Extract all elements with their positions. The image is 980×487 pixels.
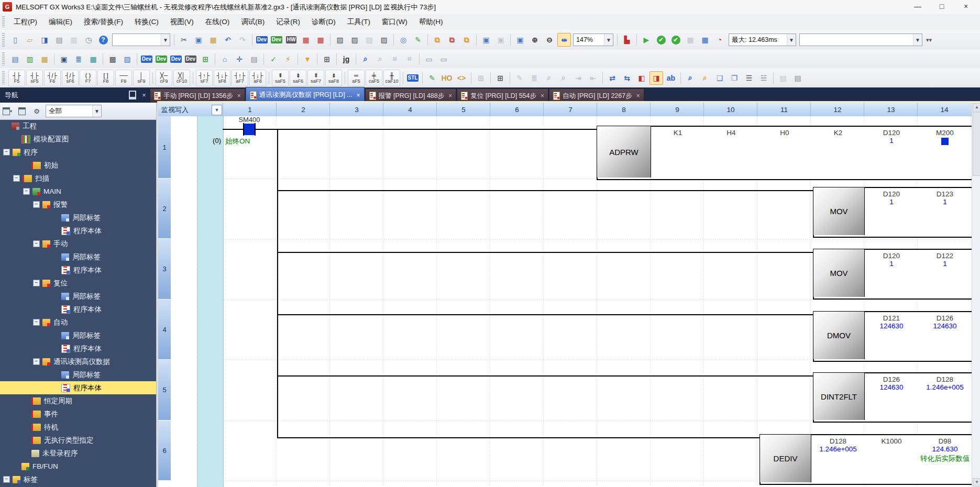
- menu-item-9[interactable]: 诊断(D): [306, 14, 342, 30]
- device-monitor3-icon[interactable]: ▨: [362, 33, 376, 47]
- tree-item-工程[interactable]: 工程: [0, 119, 156, 132]
- tree-item-局部标签[interactable]: 局部标签: [0, 211, 156, 224]
- copy-icon[interactable]: ▣: [192, 33, 205, 47]
- menu-item-2[interactable]: 编辑(E): [43, 14, 78, 30]
- menu-item-7[interactable]: 调试(B): [235, 14, 270, 30]
- outline-list1-icon[interactable]: ☰: [742, 71, 756, 85]
- tab-3[interactable]: 报警 [PRG] [LD] 488步×: [365, 88, 457, 103]
- instruction-box-MOV[interactable]: MOVD1201D1221: [813, 249, 973, 300]
- tree-item-局部标签[interactable]: 局部标签: [0, 290, 156, 303]
- revision-history-icon[interactable]: ◷: [82, 33, 95, 47]
- module-set-icon[interactable]: ▦: [698, 33, 712, 47]
- watch-edit-icon[interactable]: ✎: [411, 33, 425, 47]
- print-icon[interactable]: ▤: [52, 33, 66, 47]
- ab-comment-icon[interactable]: ab: [664, 71, 678, 85]
- instruction-box-DEDIV[interactable]: DEDIVD1281.246e+005K1000D98124.630转化后实际数…: [759, 434, 973, 485]
- device-open-icon[interactable]: Dev: [155, 52, 168, 66]
- stl-icon[interactable]: STL: [406, 71, 420, 85]
- nav-window-icon[interactable]: ▤: [8, 52, 22, 66]
- insert-row-icon[interactable]: ⊞: [474, 71, 488, 85]
- label-jg-icon[interactable]: jg: [339, 52, 353, 66]
- zoom-in-icon[interactable]: ⊕: [528, 33, 542, 47]
- screen-alert-icon[interactable]: ▣: [513, 33, 527, 47]
- redo-icon[interactable]: ↷: [236, 33, 249, 47]
- tree-item-未登录程序[interactable]: 未登录程序: [0, 447, 156, 460]
- tree-item-恒定周期[interactable]: 恒定周期: [0, 394, 156, 407]
- tree-item-标签[interactable]: −标签: [0, 473, 156, 486]
- device-new-icon[interactable]: Dev: [140, 52, 153, 66]
- window-tile2-icon[interactable]: ❐: [728, 71, 741, 85]
- device-del-icon[interactable]: Dev: [184, 52, 197, 66]
- tab-5[interactable]: 自动 [PRG] [LD] 2267步×: [549, 88, 644, 103]
- note-icon[interactable]: ⧉: [445, 33, 459, 47]
- tree-item-复位[interactable]: −复位: [0, 276, 156, 290]
- pulse-open-branch-icon[interactable]: ⇞saF7: [307, 70, 324, 86]
- tab-2[interactable]: 通讯读测高仪数据 [PRG] [LD] ...×: [246, 87, 365, 103]
- settings-gear-icon[interactable]: ⚙: [31, 105, 42, 117]
- tab-close-icon[interactable]: ×: [541, 92, 544, 99]
- coil-ho-icon[interactable]: HO: [440, 71, 454, 85]
- edit-gray-icon[interactable]: ✎: [513, 71, 526, 85]
- datalogging-icon[interactable]: ▨: [120, 52, 134, 66]
- sampling-icon[interactable]: ▭: [422, 52, 436, 66]
- ladder-block-icon[interactable]: ▙: [620, 33, 634, 47]
- tab-4[interactable]: 复位 [PRG] [LD] 554步×: [457, 88, 548, 103]
- menu-item-8[interactable]: 记录(R): [270, 14, 306, 30]
- tree-expander-icon[interactable]: −: [33, 358, 40, 365]
- help-icon[interactable]: ?: [96, 33, 110, 47]
- window-tile1-icon[interactable]: ❏: [713, 71, 726, 85]
- tree-item-程序[interactable]: −程序: [0, 146, 156, 159]
- selected-cell[interactable]: [436, 239, 490, 300]
- find-instruction-icon[interactable]: ⌕: [373, 52, 387, 66]
- tree-item-程序本体[interactable]: 程序本体: [0, 303, 156, 316]
- doc-edge2-icon[interactable]: ▤: [791, 71, 805, 85]
- device-monitor1-icon[interactable]: ▨: [333, 33, 347, 47]
- scan-watch-icon[interactable]: ◔: [713, 33, 726, 47]
- new-project-icon[interactable]: ▯: [8, 33, 22, 47]
- vertical-line-icon[interactable]: │sF9: [133, 70, 150, 86]
- invert-operation-icon[interactable]: ╫caF10: [383, 70, 400, 86]
- module-config-icon[interactable]: ▦: [38, 52, 51, 66]
- align-gray1-icon[interactable]: ⇥: [571, 71, 585, 85]
- search-blue-icon[interactable]: ⌕: [684, 71, 697, 85]
- invert-result-icon[interactable]: ═aF5: [348, 70, 365, 86]
- tree-expander-icon[interactable]: −: [3, 149, 10, 156]
- tree-item-事件[interactable]: 事件: [0, 407, 156, 420]
- tree-collapse-icon[interactable]: [16, 105, 28, 117]
- search-color-icon[interactable]: ⌕: [698, 71, 712, 85]
- tree-expander-icon[interactable]: −: [33, 240, 40, 247]
- zoom-out-icon[interactable]: ⊖: [543, 33, 556, 47]
- tree-item-程序本体[interactable]: 程序本体: [0, 224, 156, 237]
- device-grid-icon[interactable]: ⊞: [199, 52, 212, 66]
- branch-icon[interactable]: <>: [455, 71, 468, 85]
- toolbar-overflow-icon[interactable]: ▾▾: [926, 37, 932, 43]
- ladder-header-dropdown[interactable]: ▼: [212, 105, 222, 115]
- minimize-button[interactable]: —: [906, 0, 930, 13]
- check-program-icon[interactable]: ✔: [654, 33, 668, 47]
- tab-close-icon[interactable]: ×: [237, 92, 241, 99]
- device-monitor2-icon[interactable]: ▨: [348, 33, 361, 47]
- print-preview-icon[interactable]: ▥: [67, 33, 81, 47]
- tree-expander-icon[interactable]: −: [13, 175, 20, 182]
- cross-ref-icon[interactable]: ✛: [233, 52, 246, 66]
- menu-item-10[interactable]: 工具(T): [342, 14, 376, 30]
- undo-icon[interactable]: ↶: [221, 33, 235, 47]
- scroll-thumb[interactable]: [973, 112, 980, 176]
- doc-edge1-icon[interactable]: ▤: [776, 71, 790, 85]
- horizontal-line-icon[interactable]: ──F9: [115, 70, 132, 86]
- rising-pulse-icon[interactable]: ┤↑├sF7: [196, 70, 213, 86]
- falling-pulse-icon[interactable]: ┤↓├sF8: [214, 70, 230, 86]
- watch-register-icon[interactable]: ◎: [397, 33, 410, 47]
- delete-vline-icon[interactable]: ╳│cF10: [173, 70, 190, 86]
- search-gray2-icon[interactable]: ⌕: [557, 71, 570, 85]
- convert-pulse-icon[interactable]: ╪caF5: [366, 70, 382, 86]
- pulse-open-icon[interactable]: ⇞saF5: [272, 70, 289, 86]
- scroll-up-icon[interactable]: ▲: [973, 103, 980, 112]
- vertical-scrollbar[interactable]: ▲ ▼: [972, 103, 980, 487]
- run-icon[interactable]: ▶: [640, 33, 653, 47]
- edit-mode-icon[interactable]: ✎: [425, 71, 439, 85]
- open-contact-icon[interactable]: ┤├F5: [8, 70, 25, 86]
- paste-icon[interactable]: ▦: [206, 33, 220, 47]
- pulse-close-branch-icon[interactable]: ⇟saF8: [325, 70, 342, 86]
- tree-expander-icon[interactable]: −: [33, 280, 40, 286]
